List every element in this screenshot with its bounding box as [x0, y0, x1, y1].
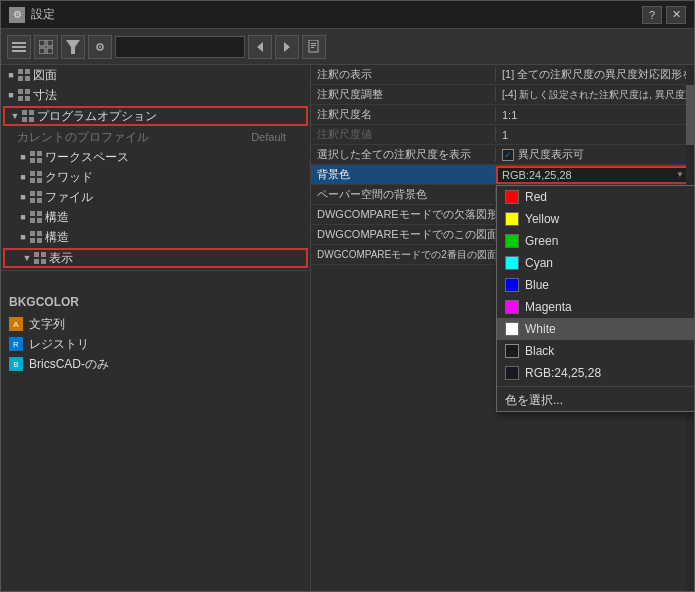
- dropdown-item-white[interactable]: White: [497, 318, 694, 340]
- prop-name-dwg1: DWGCOMPAREモードでの欠落図形の表示色: [311, 207, 496, 222]
- tree-item-file[interactable]: ■ ファイル: [1, 187, 310, 207]
- prop-row-shakudo-name[interactable]: 注釈尺度名 1:1: [311, 105, 694, 125]
- svg-rect-43: [37, 218, 42, 223]
- dropdown-item-select-color[interactable]: 色を選択...: [497, 389, 694, 411]
- main-content: ■ 図面 ■ 寸法 ▼ プログラムオプション: [1, 65, 694, 591]
- dropdown-label-green: Green: [525, 234, 558, 248]
- tree-item-hyoji[interactable]: ▼ 表示: [3, 248, 308, 268]
- toolbar-btn-settings[interactable]: [88, 35, 112, 59]
- toolbar-btn-grid[interactable]: [34, 35, 58, 59]
- prop-row-select-all[interactable]: 選択した全ての注釈尺度を表示 ✓ 異尺度表示可: [311, 145, 694, 165]
- svg-rect-27: [29, 117, 34, 122]
- toolbar-btn-filter[interactable]: [61, 35, 85, 59]
- svg-rect-38: [30, 198, 35, 203]
- close-button[interactable]: ✕: [666, 6, 686, 24]
- toolbar-btn-doc[interactable]: [302, 35, 326, 59]
- dropdown-label-yellow: Yellow: [525, 212, 559, 226]
- tree-item-quad[interactable]: ■ クワッド: [1, 167, 310, 187]
- window-icon: ⚙: [9, 7, 25, 23]
- svg-rect-36: [30, 191, 35, 196]
- svg-rect-40: [30, 211, 35, 216]
- tree-item-zuzu[interactable]: ■ 図面: [1, 65, 310, 85]
- prop-row-shakudo-value[interactable]: 注釈尺度値 1: [311, 125, 694, 145]
- svg-rect-32: [30, 171, 35, 176]
- tree-grid-icon: [33, 251, 47, 265]
- prop-name-shakudo-name: 注釈尺度名: [311, 107, 496, 122]
- expander-icon: ■: [5, 69, 17, 81]
- color-swatch-black: [505, 344, 519, 358]
- tree-grid-icon: [29, 210, 43, 224]
- tree-item-registry[interactable]: R レジストリ: [1, 334, 310, 354]
- tree-label-quad: クワッド: [45, 169, 93, 186]
- dropdown-trigger-bg[interactable]: RGB:24,25,28 ▼: [496, 166, 694, 184]
- prop-value-shakudo-name: 1:1: [496, 109, 694, 121]
- tree-label-workspace: ワークスペース: [45, 149, 129, 166]
- dropdown-item-rgb[interactable]: RGB:24,25,28: [497, 362, 694, 384]
- left-panel: ■ 図面 ■ 寸法 ▼ プログラムオプション: [1, 65, 311, 591]
- tree-item-kouzo2[interactable]: ■ 構造: [1, 227, 310, 247]
- dropdown-item-green[interactable]: Green: [497, 230, 694, 252]
- prop-name-dwg2: DWGCOMPAREモードでのこの図面の変更図形の表示色: [311, 227, 496, 242]
- svg-marker-10: [257, 42, 263, 52]
- title-bar-left: ⚙ 設定: [9, 6, 55, 23]
- svg-rect-29: [37, 151, 42, 156]
- dropdown-label-white: White: [525, 322, 556, 336]
- svg-rect-41: [37, 211, 42, 216]
- settings-window: ⚙ 設定 ? ✕: [0, 0, 695, 592]
- tree-label-bricscad: BricsCAD-のみ: [29, 356, 109, 373]
- toolbar-btn-nav-prev[interactable]: [248, 35, 272, 59]
- tree-item-workspace[interactable]: ■ ワークスペース: [1, 147, 310, 167]
- dropdown-label-black: Black: [525, 344, 554, 358]
- svg-rect-42: [30, 218, 35, 223]
- svg-rect-3: [39, 40, 45, 46]
- svg-rect-51: [41, 259, 46, 264]
- toolbar-btn-list[interactable]: [7, 35, 31, 59]
- svg-rect-25: [29, 110, 34, 115]
- toolbar-btn-nav-next[interactable]: [275, 35, 299, 59]
- tree-label-kouzo1: 構造: [45, 209, 69, 226]
- dropdown-item-black[interactable]: Black: [497, 340, 694, 362]
- dropdown-item-cyan[interactable]: Cyan: [497, 252, 694, 274]
- svg-rect-24: [22, 110, 27, 115]
- dropdown-item-red[interactable]: Red: [497, 186, 694, 208]
- dropdown-item-magenta[interactable]: Magenta: [497, 296, 694, 318]
- tree-item-prog-opt[interactable]: ▼ プログラムオプション: [3, 106, 308, 126]
- prop-row-shakudo-choshi[interactable]: 注釈尺度調整 [-4] 新しく設定された注釈尺度は, 異尺度対応オブジェクトに追…: [311, 85, 694, 105]
- svg-rect-47: [37, 238, 42, 243]
- prop-value-select-all: ✓ 異尺度表示可: [496, 147, 694, 162]
- tree-grid-icon: [29, 150, 43, 164]
- tree-item-kouzo1[interactable]: ■ 構造: [1, 207, 310, 227]
- tree-item-mojiretsu[interactable]: A 文字列: [1, 314, 310, 334]
- dropdown-item-blue[interactable]: Blue: [497, 274, 694, 296]
- expander-icon: ■: [17, 231, 29, 243]
- svg-rect-1: [12, 46, 26, 48]
- help-button[interactable]: ?: [642, 6, 662, 24]
- dropdown-separator: [497, 386, 694, 387]
- color-swatch-yellow: [505, 212, 519, 226]
- profile-value: Default: [251, 131, 286, 143]
- checkbox-label: 異尺度表示可: [518, 147, 584, 162]
- right-scrollbar-thumb[interactable]: [686, 85, 694, 145]
- tree-label-profile: カレントのプロファイル: [17, 129, 149, 146]
- dropdown-label-red: Red: [525, 190, 547, 204]
- dropdown-trigger-text: RGB:24,25,28: [502, 169, 672, 181]
- tree-item-bricscad[interactable]: B BricsCAD-のみ: [1, 354, 310, 374]
- title-bar: ⚙ 設定 ? ✕: [1, 1, 694, 29]
- dropdown-label-blue: Blue: [525, 278, 549, 292]
- prop-name-chushaku: 注釈の表示: [311, 67, 496, 82]
- tree-label-prog-opt: プログラムオプション: [37, 108, 157, 125]
- prop-row-chushaku[interactable]: 注釈の表示 [1] 全ての注釈尺度の異尺度対応図形を表示: [311, 65, 694, 85]
- dropdown-item-yellow[interactable]: Yellow: [497, 208, 694, 230]
- expander-icon: ■: [17, 151, 29, 163]
- tree-label-sunpo: 寸法: [33, 87, 57, 104]
- prop-row-bg-color[interactable]: 背景色 RGB:24,25,28 ▼: [311, 165, 694, 185]
- svg-rect-17: [25, 69, 30, 74]
- svg-point-9: [99, 46, 101, 48]
- svg-rect-28: [30, 151, 35, 156]
- search-input[interactable]: [115, 36, 245, 58]
- tree-grid-icon: [29, 190, 43, 204]
- tree-item-sunpo[interactable]: ■ 寸法: [1, 85, 310, 105]
- tree-item-profile-label: カレントのプロファイル Default: [1, 127, 310, 147]
- svg-rect-50: [34, 259, 39, 264]
- prop-value-shakudo-value: 1: [496, 129, 694, 141]
